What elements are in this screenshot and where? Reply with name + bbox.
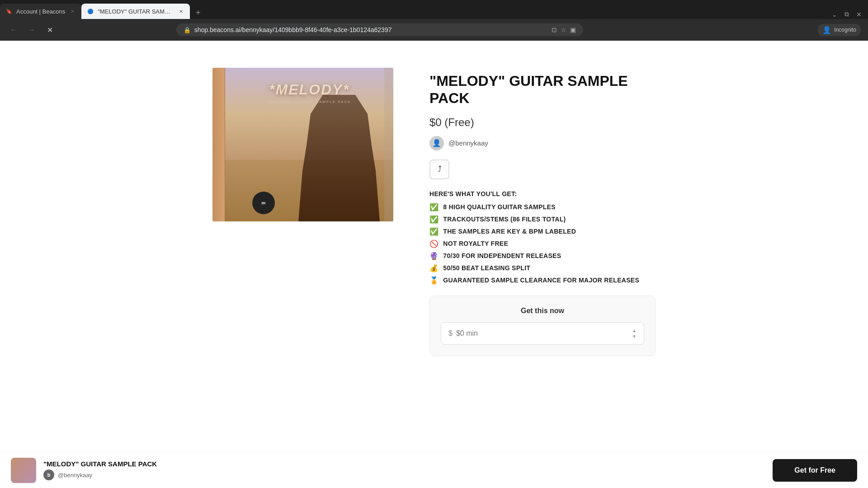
cta-label: Get this now <box>441 307 644 315</box>
tab-melody[interactable]: 🔵 "MELODY" GUITAR SAMPLE PAC... ✕ <box>81 4 190 19</box>
album-subtitle: POP PUNK GUITAR SAMPLE PACK <box>225 100 393 104</box>
creator-name: @bennykaay <box>448 139 488 147</box>
feature-text-7: GUARANTEED SAMPLE CLEARANCE FOR MAJOR RE… <box>443 277 639 284</box>
incognito-icon: 👤 <box>822 26 831 34</box>
url-icons: ⊡ ☆ ▣ <box>552 26 576 33</box>
album-title: *MELODY* <box>225 81 393 98</box>
spinner-up-arrow[interactable]: ▲ <box>632 328 637 333</box>
tab2-favicon: 🔵 <box>87 8 94 15</box>
bottom-product-thumbnail <box>11 458 36 483</box>
feature-text-6: 50/50 BEAT LEASING SPLIT <box>443 264 530 272</box>
page-content: *MELODY* POP PUNK GUITAR SAMPLE PACK 2K <box>0 41 868 488</box>
browser-right-controls: 👤 Incognito <box>818 24 861 36</box>
album-main: *MELODY* POP PUNK GUITAR SAMPLE PACK 2K <box>225 68 393 221</box>
incognito-badge: 👤 Incognito <box>818 24 861 36</box>
bottom-creator-initial: b <box>47 472 51 478</box>
feature-item-3: ✅ THE SAMPLES ARE KEY & BPM LABELED <box>429 227 656 236</box>
bookmark-icon[interactable]: ☆ <box>561 26 566 33</box>
tab1-close[interactable]: ✕ <box>69 8 76 15</box>
tab2-close[interactable]: ✕ <box>177 8 184 15</box>
creator-avatar: 👤 <box>429 136 444 150</box>
price-spinner: ▲ ▼ <box>632 328 637 339</box>
cast-icon[interactable]: ⊡ <box>552 26 557 33</box>
tab-bar: 🔖 Account | Beacons ✕ 🔵 "MELODY" GUITAR … <box>0 0 868 19</box>
creator-row: 👤 @bennykaay <box>429 136 656 150</box>
features-section: HERE'S WHAT YOU'LL GET: ✅ 8 HIGH QUALITY… <box>429 190 656 285</box>
cta-section: Get this now $ ▲ ▼ <box>429 296 656 356</box>
feature-emoji-6: 💰 <box>429 264 439 272</box>
tab-end-buttons: ⌄ ⧉ ✕ <box>829 9 868 19</box>
feature-text-2: TRACKOUTS/STEMS (86 FILES TOTAL) <box>443 216 566 223</box>
price-input-wrapper: $ ▲ ▼ <box>441 322 644 345</box>
spinner-down-arrow[interactable]: ▼ <box>632 334 637 339</box>
bottom-bar: "MELODY" GUITAR SAMPLE PACK b @bennykaay… <box>0 452 868 488</box>
price-input[interactable] <box>456 329 628 338</box>
feature-item-1: ✅ 8 HIGH QUALITY GUITAR SAMPLES <box>429 203 656 211</box>
bottom-creator-name: @bennykaay <box>58 472 92 479</box>
tab-restore-button[interactable]: ⧉ <box>842 9 852 19</box>
back-button[interactable]: ← <box>7 23 20 36</box>
share-icon: ⤴ <box>438 164 442 174</box>
address-bar: ← → ✕ 🔒 shop.beacons.ai/bennykaay/1409bb… <box>0 19 868 41</box>
url-bar[interactable]: 🔒 shop.beacons.ai/bennykaay/1409bbb9-8f4… <box>176 23 583 36</box>
album-sticker: 2K <box>252 192 275 214</box>
bottom-creator-avatar: b <box>43 469 54 480</box>
product-info: "MELODY" GUITAR SAMPLE PACK $0 (Free) 👤 … <box>429 68 656 356</box>
feature-emoji-5: 🔮 <box>429 252 439 260</box>
tab-account[interactable]: 🔖 Account | Beacons ✕ <box>0 4 81 19</box>
product-image: *MELODY* POP PUNK GUITAR SAMPLE PACK 2K <box>212 68 393 221</box>
tab1-favicon: 🔖 <box>5 8 13 15</box>
features-title: HERE'S WHAT YOU'LL GET: <box>429 190 656 197</box>
tab1-title: Account | Beacons <box>16 8 65 15</box>
feature-item-2: ✅ TRACKOUTS/STEMS (86 FILES TOTAL) <box>429 215 656 224</box>
bottom-product-info: "MELODY" GUITAR SAMPLE PACK b @bennykaay <box>43 460 765 480</box>
feature-emoji-3: ✅ <box>429 227 439 236</box>
feature-item-7: 🏅 GUARANTEED SAMPLE CLEARANCE FOR MAJOR … <box>429 276 656 285</box>
product-title: "MELODY" GUITAR SAMPLE PACK <box>429 72 656 107</box>
feature-item-4: 🚫 NOT ROYALTY FREE <box>429 239 656 248</box>
get-for-free-button[interactable]: Get for Free <box>773 459 857 482</box>
feature-item-5: 🔮 70/30 FOR INDEPENDENT RELEASES <box>429 252 656 260</box>
bottom-creator-row: b @bennykaay <box>43 469 765 480</box>
feature-text-1: 8 HIGH QUALITY GUITAR SAMPLES <box>443 203 556 211</box>
album-spine <box>212 68 225 221</box>
price-symbol: $ <box>448 329 453 338</box>
browser-chrome: 🔖 Account | Beacons ✕ 🔵 "MELODY" GUITAR … <box>0 0 868 41</box>
feature-emoji-4: 🚫 <box>429 239 439 248</box>
product-price: $0 (Free) <box>429 116 656 129</box>
tab2-title: "MELODY" GUITAR SAMPLE PAC... <box>98 8 174 15</box>
feature-text-4: NOT ROYALTY FREE <box>443 240 508 247</box>
lock-icon: 🔒 <box>184 27 191 33</box>
feature-text-3: THE SAMPLES ARE KEY & BPM LABELED <box>443 228 576 235</box>
incognito-label: Incognito <box>834 27 856 33</box>
reload-button[interactable]: ✕ <box>43 23 56 36</box>
tab-minimize-button[interactable]: ⌄ <box>829 10 840 19</box>
bottom-product-title: "MELODY" GUITAR SAMPLE PACK <box>43 460 765 468</box>
product-image-container: *MELODY* POP PUNK GUITAR SAMPLE PACK 2K <box>212 68 393 221</box>
share-button[interactable]: ⤴ <box>429 160 449 179</box>
feature-emoji-1: ✅ <box>429 203 439 211</box>
feature-text-5: 70/30 FOR INDEPENDENT RELEASES <box>443 252 561 259</box>
tab-close-window-button[interactable]: ✕ <box>854 10 864 19</box>
feature-emoji-2: ✅ <box>429 215 439 224</box>
feature-emoji-7: 🏅 <box>429 276 439 285</box>
sidebar-icon[interactable]: ▣ <box>570 26 576 33</box>
url-text: shop.beacons.ai/bennykaay/1409bbb9-8f46-… <box>194 26 548 33</box>
product-layout: *MELODY* POP PUNK GUITAR SAMPLE PACK 2K <box>163 68 705 356</box>
feature-item-6: 💰 50/50 BEAT LEASING SPLIT <box>429 264 656 272</box>
forward-button[interactable]: → <box>25 23 38 36</box>
new-tab-button[interactable]: + <box>192 6 204 19</box>
